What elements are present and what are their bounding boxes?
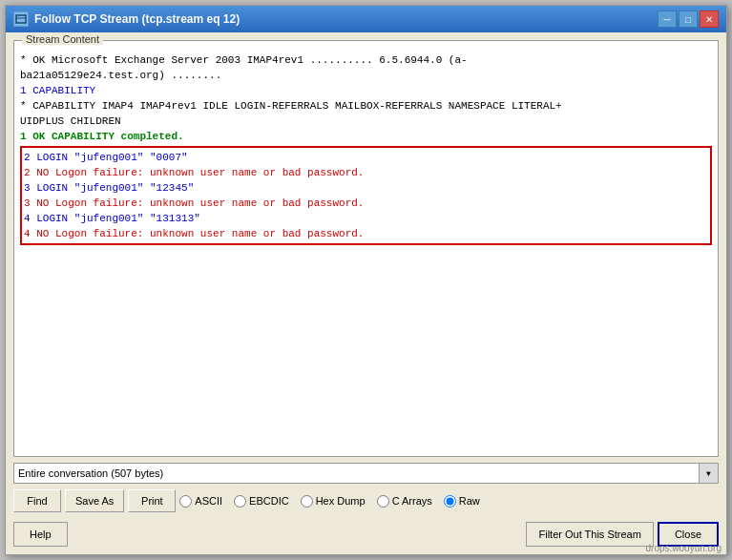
stream-line-2: ba21a05129e24.test.org) ........ <box>20 68 712 83</box>
conversation-select[interactable]: Entire conversation (507 bytes) Client t… <box>13 463 700 484</box>
stream-line-5: UIDPLUS CHILDREN <box>20 114 712 129</box>
dropdown-arrow-icon[interactable]: ▼ <box>700 463 719 484</box>
encoding-radio-group: ASCII EBCDIC Hex Dump C Arrays Raw <box>179 495 719 508</box>
help-button[interactable]: Help <box>13 522 68 547</box>
filter-out-button[interactable]: Filter Out This Stream <box>526 522 653 547</box>
radio-hexdump-input[interactable] <box>301 495 313 508</box>
window-body: Stream Content * OK Microsoft Exchange S… <box>6 32 726 554</box>
stream-group-label: Stream Content <box>22 33 103 45</box>
window-icon <box>13 11 29 27</box>
stream-line-h5: 4 LOGIN "jufeng001" "131313" <box>24 211 708 226</box>
spacer <box>20 247 712 362</box>
radio-ebcdic-input[interactable] <box>234 495 246 508</box>
window-title: Follow TCP Stream (tcp.stream eq 12) <box>34 12 240 26</box>
radio-hexdump[interactable]: Hex Dump <box>301 495 366 508</box>
stream-line-h4: 3 NO Logon failure: unknown user name or… <box>24 196 708 211</box>
highlighted-login-block: 2 LOGIN "jufeng001" "0007" 2 NO Logon fa… <box>20 146 712 245</box>
radio-ebcdic-label: EBCDIC <box>249 495 289 507</box>
radio-raw-label: Raw <box>459 495 480 507</box>
radio-carrays-input[interactable] <box>377 495 389 508</box>
title-bar-left: Follow TCP Stream (tcp.stream eq 12) <box>13 11 240 27</box>
stream-line-h3: 3 LOGIN "jufeng001" "12345" <box>24 180 708 196</box>
maximize-button[interactable]: □ <box>679 10 698 28</box>
bottom-left-buttons: Help <box>13 522 68 547</box>
stream-line-3: 1 CAPABILITY <box>20 83 712 98</box>
radio-ascii[interactable]: ASCII <box>179 495 222 508</box>
stream-content-area[interactable]: * OK Microsoft Exchange Server 2003 IMAP… <box>14 49 718 456</box>
radio-ebcdic[interactable]: EBCDIC <box>234 495 289 508</box>
radio-raw[interactable]: Raw <box>444 495 480 508</box>
stream-line-4: * CAPABILITY IMAP4 IMAP4rev1 IDLE LOGIN-… <box>20 98 712 114</box>
conversation-dropdown-row: Entire conversation (507 bytes) Client t… <box>13 463 719 484</box>
radio-hexdump-label: Hex Dump <box>316 495 366 507</box>
action-button-row: Find Save As Print ASCII EBCDIC Hex Dump <box>13 489 719 512</box>
find-button[interactable]: Find <box>13 489 61 512</box>
radio-carrays-label: C Arrays <box>392 495 432 507</box>
main-window: Follow TCP Stream (tcp.stream eq 12) ─ □… <box>5 5 727 555</box>
minimize-button[interactable]: ─ <box>658 10 677 28</box>
title-bar: Follow TCP Stream (tcp.stream eq 12) ─ □… <box>6 6 726 32</box>
close-window-button[interactable]: ✕ <box>700 10 719 28</box>
print-button[interactable]: Print <box>128 489 176 512</box>
svg-rect-0 <box>16 15 26 23</box>
stream-line-h2: 2 NO Logon failure: unknown user name or… <box>24 165 708 180</box>
title-buttons: ─ □ ✕ <box>658 10 719 28</box>
radio-carrays[interactable]: C Arrays <box>377 495 432 508</box>
save-as-button[interactable]: Save As <box>65 489 124 512</box>
stream-line-h1: 2 LOGIN "jufeng001" "0007" <box>24 150 708 165</box>
stream-line-6: 1 OK CAPABILITY completed. <box>20 129 712 144</box>
stream-content-group: Stream Content * OK Microsoft Exchange S… <box>13 40 719 457</box>
stream-line-1: * OK Microsoft Exchange Server 2003 IMAP… <box>20 52 712 68</box>
radio-ascii-input[interactable] <box>179 495 192 508</box>
radio-raw-input[interactable] <box>444 495 456 508</box>
radio-ascii-label: ASCII <box>195 495 222 507</box>
stream-line-h6: 4 NO Logon failure: unknown user name or… <box>24 226 708 241</box>
watermark: drops.wooyun.org <box>646 543 722 553</box>
bottom-bar: Help Filter Out This Stream Close <box>13 518 719 547</box>
